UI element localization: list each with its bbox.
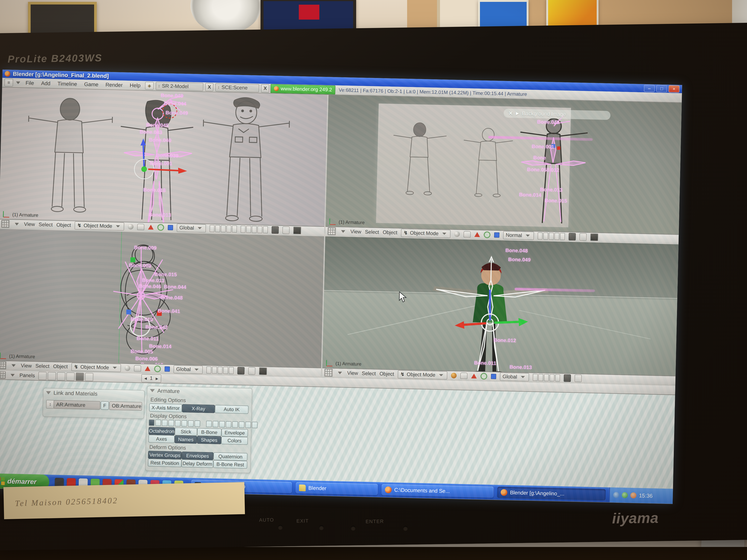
bezel-button[interactable] [319, 525, 324, 530]
snap-magnet-icon[interactable] [248, 367, 256, 375]
close-button[interactable]: × [669, 85, 679, 92]
screen-selector[interactable]: ↕ SR 2-Model [156, 82, 204, 91]
tray-network-icon[interactable] [613, 492, 619, 498]
viewport-camera-view[interactable]: ✕ ▶ Background Image Bone.049 Bone.001 B… [325, 95, 682, 243]
taskbar-button-documents[interactable]: C:\Documents and Se... [381, 484, 494, 498]
frame-prev-icon[interactable]: ◂ [144, 375, 147, 381]
mode-dropdown[interactable]: ↯ Object Mode [398, 370, 447, 379]
browse-armature-icon[interactable]: ↕ [46, 400, 54, 409]
logic-context-icon[interactable] [38, 372, 47, 380]
object-menu[interactable]: Object [383, 230, 397, 236]
frame-number-field[interactable]: ◂ 1 ▸ [141, 374, 161, 382]
blender-version-button[interactable]: www.blender.org 249.2 [271, 84, 336, 95]
updown-arrows-icon[interactable]: ↕ [158, 83, 160, 88]
chevron-down-icon[interactable] [11, 364, 16, 367]
vertex-groups-button[interactable]: Vertex Groups [148, 451, 182, 459]
scene-selector[interactable]: ↕ SCE:Scene [215, 83, 259, 92]
object-name-field[interactable]: OB:Armature [109, 401, 142, 411]
taskbar-button-blender-active[interactable]: Blender [g:\Angelino_... [497, 487, 606, 500]
screen-close-button[interactable]: X [205, 83, 214, 91]
select-menu[interactable]: Select [365, 229, 379, 235]
manipulator-scale-icon[interactable] [481, 373, 487, 380]
frame-next-icon[interactable]: ▸ [156, 375, 158, 381]
delay-deform-button[interactable]: Delay Deform [181, 459, 213, 468]
collapse-triangle-icon[interactable] [150, 389, 155, 392]
panel-header[interactable]: Link and Materials [43, 388, 144, 399]
taskbar-button-blender-folder[interactable]: Blender [295, 482, 378, 495]
chevron-down-icon[interactable] [338, 371, 342, 374]
orientation-dropdown[interactable]: Global [174, 365, 203, 374]
bezel-button[interactable] [278, 525, 283, 530]
mode-dropdown[interactable]: ↯ Object Mode [75, 221, 124, 231]
layer-buttons[interactable] [533, 374, 560, 381]
draw-mode-icon[interactable] [128, 224, 133, 230]
shield-icon[interactable]: ◈ [145, 82, 154, 90]
lock-icon[interactable] [237, 367, 244, 374]
menu-add[interactable]: Add [38, 80, 54, 87]
context-buttons[interactable] [38, 372, 93, 381]
envelopes-button[interactable]: Envelopes [182, 452, 213, 460]
viewport-side-ortho[interactable]: Bone.009 Bone.008 Bone.015 Bone.013 Bone… [0, 229, 324, 376]
stick-button[interactable]: Stick [175, 427, 197, 436]
orientation-dropdown[interactable]: Normal [503, 231, 534, 240]
maximize-button[interactable]: □ [656, 85, 667, 92]
bezel-button[interactable] [351, 526, 356, 531]
scene-close-button[interactable]: X [261, 84, 269, 92]
b-bone-rest-button[interactable]: B-Bone Rest [213, 460, 247, 469]
auto-ik-button[interactable]: Auto IK [215, 405, 249, 414]
object-menu[interactable]: Object [53, 364, 68, 370]
names-button[interactable]: Names [175, 435, 197, 444]
panels-label[interactable]: Panels [20, 372, 35, 378]
taskbar-clock[interactable]: 15:36 [639, 492, 652, 499]
close-icon[interactable]: ✕ [509, 110, 513, 116]
expand-triangle-icon[interactable]: ▶ [516, 111, 519, 116]
editing-context-icon[interactable] [75, 372, 84, 381]
panel-header[interactable]: Armature [147, 386, 252, 397]
axes-button[interactable]: Axes [148, 435, 175, 443]
viewport-front-ortho[interactable]: Bone.048 Bone.044 Bone.049 Bone.045 Bone… [0, 87, 327, 235]
menu-timeline[interactable]: Timeline [54, 81, 80, 87]
envelope-button[interactable]: Envelope [221, 429, 248, 437]
quaternion-button[interactable]: Quaternion [213, 452, 248, 461]
mode-dropdown[interactable]: ↯ Object Mode [401, 229, 450, 238]
layer-buttons[interactable] [240, 225, 268, 233]
view-menu[interactable]: View [347, 370, 358, 376]
lock-icon[interactable] [564, 374, 571, 382]
view-menu[interactable]: View [350, 229, 361, 235]
lock-icon[interactable] [569, 233, 576, 240]
collapse-triangle-icon[interactable] [46, 391, 51, 394]
render-preview-icon[interactable] [590, 233, 598, 241]
lock-icon[interactable] [272, 226, 279, 234]
orientation-dropdown[interactable]: Global [500, 372, 529, 381]
b-bone-button[interactable]: B-Bone [197, 428, 222, 436]
object-menu[interactable]: Object [56, 222, 71, 228]
menu-help[interactable]: Help [126, 82, 144, 88]
render-preview-icon[interactable] [259, 367, 267, 375]
menu-game[interactable]: Game [81, 81, 102, 87]
snap-magnet-icon[interactable] [574, 374, 582, 382]
orientation-dropdown[interactable]: Global [177, 223, 206, 233]
octahedron-button[interactable]: Octahedron [149, 427, 175, 435]
render-preview-icon[interactable] [293, 226, 301, 234]
tray-green-icon[interactable] [622, 492, 628, 499]
editor-type-icon[interactable] [328, 227, 336, 235]
updown-arrows-icon[interactable]: ↕ [217, 85, 220, 89]
draw-mode-icon[interactable] [451, 373, 457, 378]
bezel-button[interactable] [403, 526, 408, 531]
draw-mode-icon[interactable] [125, 365, 130, 371]
manipulator-rotate-icon[interactable] [148, 224, 154, 230]
fake-user-button[interactable]: F [101, 401, 109, 410]
layer-buttons[interactable] [538, 232, 565, 240]
view-menu[interactable]: View [21, 363, 32, 369]
shapes-button[interactable]: Shapes [197, 436, 221, 444]
menu-render[interactable]: Render [102, 82, 126, 88]
rest-position-button[interactable]: Rest Position [148, 459, 182, 467]
manipulator-rotate-icon[interactable] [145, 366, 151, 371]
select-menu[interactable]: Select [38, 221, 53, 228]
manipulator-scale-icon[interactable] [484, 231, 491, 238]
editor-type-icon[interactable] [0, 371, 6, 379]
x-ray-button[interactable]: X-Ray [182, 404, 215, 413]
character-3d[interactable] [419, 240, 561, 379]
quick-launch-icon[interactable] [55, 478, 64, 487]
snap-magnet-icon[interactable] [282, 226, 290, 234]
